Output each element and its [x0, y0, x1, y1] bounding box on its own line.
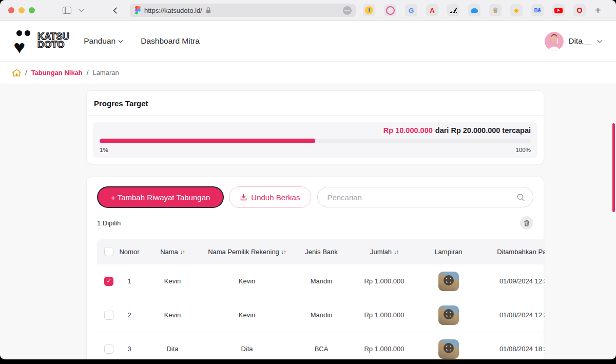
- chevron-down-icon: [598, 37, 603, 43]
- progress-title: Progres Target: [87, 91, 544, 115]
- progress-fill: [100, 139, 315, 143]
- cell-jenis-bank: Mandiri: [293, 311, 350, 319]
- youtube-icon[interactable]: [552, 4, 565, 16]
- sort-icon[interactable]: ↓↑: [180, 248, 185, 255]
- attachment-thumbnail[interactable]: [438, 305, 459, 325]
- adobe-icon[interactable]: A: [426, 4, 438, 16]
- progress-min-label: 1%: [100, 147, 108, 153]
- table-row: 2 Kevin Kevin Mandiri Rp 1.000.000 01/08…: [97, 298, 545, 332]
- back-icon[interactable]: [113, 7, 120, 14]
- opera-icon[interactable]: O: [573, 4, 586, 16]
- select-all-checkbox[interactable]: [104, 247, 113, 256]
- delete-selected-button[interactable]: [520, 216, 533, 229]
- minimize-window-button[interactable]: [18, 7, 25, 13]
- twitter-icon[interactable]: [468, 4, 480, 16]
- attachment-thumbnail[interactable]: [438, 339, 459, 359]
- logo-heart-icon: ♥: [14, 30, 35, 53]
- expand-icon: [446, 311, 451, 317]
- close-window-button[interactable]: [8, 7, 14, 13]
- chevron-down-icon: [119, 38, 123, 42]
- user-menu[interactable]: Dita__: [545, 32, 602, 51]
- progress-panel: Rp 10.000.000 dari Rp 20.000.000 tercapa…: [93, 122, 537, 158]
- sort-icon[interactable]: ↓↑: [281, 248, 286, 255]
- cell-nama-pemilik-rekening: Kevin: [201, 311, 293, 319]
- google-icon[interactable]: G: [405, 4, 417, 16]
- search-input[interactable]: [327, 193, 517, 202]
- cell-nomor: 3: [114, 345, 144, 353]
- row-checkbox[interactable]: [104, 311, 113, 320]
- cell-jenis-bank: Mandiri: [293, 277, 350, 285]
- cell-nama-pemilik-rekening: Dita: [201, 345, 293, 353]
- reader-options-icon[interactable]: •••: [343, 6, 352, 15]
- site-header: ♥ KATSU DOTO Panduan Dashboard Mitra: [0, 21, 616, 62]
- savings-table: Nomor Nama↓↑ Nama Pemilik Rekening↓↑ Jen…: [97, 239, 545, 359]
- nav-item-panduan[interactable]: Panduan: [84, 36, 122, 46]
- breadcrumb-separator: /: [87, 69, 89, 76]
- favorites-bar: fGA♛◆BēO: [363, 4, 586, 16]
- logo[interactable]: ♥ KATSU DOTO: [14, 30, 69, 53]
- progress-max-label: 100%: [516, 147, 531, 153]
- browser-window: https://katsudoto.id/ ••• fGA♛◆BēO + ♥ K…: [0, 0, 616, 359]
- savings-history-card: + Tambah Riwayat Tabungan Unduh Berkas: [86, 177, 544, 359]
- toolbar: + Tambah Riwayat Tabungan Unduh Berkas: [87, 186, 544, 208]
- rolex-icon[interactable]: ♛: [489, 4, 502, 16]
- page-scrollbar[interactable]: [612, 123, 615, 212]
- dribbble-icon[interactable]: [384, 4, 396, 16]
- attachment-thumbnail[interactable]: [438, 272, 459, 291]
- column-nama-pemilik-rekening[interactable]: Nama Pemilik Rekening↓↑: [201, 248, 293, 256]
- traffic-lights: [8, 7, 35, 13]
- behance-icon[interactable]: Bē: [531, 4, 544, 16]
- cell-jumlah: Rp 1.000.000: [350, 277, 419, 285]
- column-jumlah[interactable]: Jumlah↓↑: [350, 248, 419, 256]
- facebook-icon[interactable]: f: [363, 4, 375, 16]
- main-nav: Panduan Dashboard Mitra: [84, 36, 200, 46]
- divider: [87, 115, 544, 116]
- row-checkbox[interactable]: [104, 344, 113, 354]
- cell-ditambahkan-pada: 01/09/2024 12:30: [478, 277, 545, 285]
- cell-nomor: 1: [114, 277, 144, 285]
- cell-jenis-bank: BCA: [293, 345, 350, 353]
- cell-nama: Dita: [144, 345, 201, 353]
- breadcrumb-item-lamaran: Lamaran: [92, 69, 119, 76]
- new-tab-button[interactable]: +: [595, 5, 601, 15]
- sketch-icon[interactable]: ◆: [510, 4, 523, 16]
- adidas-icon[interactable]: [447, 4, 459, 16]
- column-lampiran: Lampiran: [419, 248, 478, 256]
- figma-favicon-icon: [135, 6, 141, 14]
- nav-item-dashboard-mitra[interactable]: Dashboard Mitra: [141, 36, 200, 46]
- cell-nomor: 2: [114, 311, 144, 319]
- search-box: [317, 187, 533, 207]
- search-icon[interactable]: [517, 194, 525, 201]
- column-ditambahkan-pada: Ditambahkan Pada: [478, 248, 545, 256]
- download-files-button[interactable]: Unduh Berkas: [229, 186, 311, 208]
- progress-scale: 1% 100%: [100, 147, 531, 153]
- logo-text: KATSU DOTO: [37, 33, 69, 49]
- table-row: 1 Kevin Kevin Mandiri Rp 1.000.000 01/09…: [97, 264, 545, 298]
- column-nomor: Nomor: [114, 248, 144, 256]
- achieved-amount: Rp 10.000.000: [383, 126, 433, 135]
- zoom-window-button[interactable]: [29, 7, 35, 13]
- avatar: [545, 32, 564, 51]
- cell-jumlah: Rp 1.000.000: [350, 345, 419, 353]
- sort-icon[interactable]: ↓↑: [394, 248, 398, 255]
- breadcrumb-item-tabungan-nikah[interactable]: Tabungan Nikah: [31, 69, 83, 76]
- url-text: https://katsudoto.id/: [144, 7, 202, 14]
- progress-track: [100, 139, 531, 143]
- browser-chrome: https://katsudoto.id/ ••• fGA♛◆BēO +: [0, 0, 616, 21]
- trash-icon: [524, 220, 530, 226]
- selection-count: 1 Dipilih: [97, 219, 121, 227]
- progress-summary: Rp 10.000.000 dari Rp 20.000.000 tercapa…: [100, 126, 531, 135]
- chevron-down-icon[interactable]: [79, 7, 84, 12]
- home-icon[interactable]: [12, 69, 21, 77]
- add-savings-button[interactable]: + Tambah Riwayat Tabungan: [97, 186, 224, 208]
- address-bar[interactable]: https://katsudoto.id/ •••: [130, 4, 356, 17]
- cell-nama-pemilik-rekening: Kevin: [201, 277, 293, 285]
- column-nama[interactable]: Nama↓↑: [144, 248, 201, 256]
- lock-icon: [206, 7, 211, 14]
- row-checkbox[interactable]: [104, 277, 113, 286]
- expand-icon: [446, 345, 451, 351]
- cell-ditambahkan-pada: 01/08/2024 12:30: [478, 311, 545, 319]
- sidebar-toggle-icon[interactable]: [63, 7, 71, 14]
- main-content: Progres Target Rp 10.000.000 dari Rp 20.…: [0, 84, 616, 359]
- table-header: Nomor Nama↓↑ Nama Pemilik Rekening↓↑ Jen…: [97, 239, 545, 264]
